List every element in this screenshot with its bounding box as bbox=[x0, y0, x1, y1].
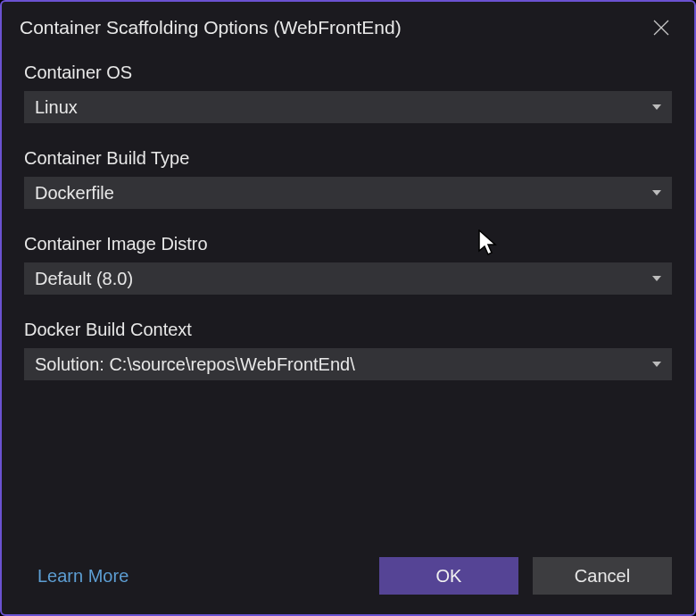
container-os-label: Container OS bbox=[24, 62, 672, 83]
container-build-type-dropdown[interactable]: Dockerfile bbox=[24, 177, 672, 209]
docker-build-context-value: Solution: C:\source\repos\WebFrontEnd\ bbox=[35, 354, 355, 375]
container-image-distro-value: Default (8.0) bbox=[35, 269, 133, 289]
container-os-dropdown[interactable]: Linux bbox=[24, 91, 672, 123]
dialog-title: Container Scaffolding Options (WebFrontE… bbox=[20, 17, 402, 38]
container-build-type-value: Dockerfile bbox=[35, 183, 114, 204]
learn-more-link[interactable]: Learn More bbox=[37, 566, 128, 587]
button-group: OK Cancel bbox=[379, 557, 672, 595]
dialog-content: Container OS Linux Container Build Type … bbox=[2, 59, 694, 557]
chevron-down-icon bbox=[652, 104, 661, 110]
close-icon bbox=[653, 20, 669, 36]
container-image-distro-dropdown[interactable]: Default (8.0) bbox=[24, 262, 672, 295]
docker-build-context-label: Docker Build Context bbox=[24, 320, 672, 340]
container-build-type-label: Container Build Type bbox=[24, 148, 672, 169]
container-os-field: Container OS Linux bbox=[24, 62, 672, 123]
docker-build-context-dropdown[interactable]: Solution: C:\source\repos\WebFrontEnd\ bbox=[24, 348, 672, 380]
cancel-button[interactable]: Cancel bbox=[533, 557, 672, 595]
container-image-distro-field: Container Image Distro Default (8.0) bbox=[24, 234, 672, 295]
close-button[interactable] bbox=[646, 14, 676, 41]
docker-build-context-field: Docker Build Context Solution: C:\source… bbox=[24, 320, 672, 380]
container-build-type-field: Container Build Type Dockerfile bbox=[24, 148, 672, 209]
container-image-distro-label: Container Image Distro bbox=[24, 234, 672, 254]
chevron-down-icon bbox=[652, 190, 661, 196]
container-scaffolding-dialog: Container Scaffolding Options (WebFrontE… bbox=[0, 0, 696, 616]
ok-button[interactable]: OK bbox=[379, 557, 518, 595]
titlebar: Container Scaffolding Options (WebFrontE… bbox=[2, 2, 694, 59]
chevron-down-icon bbox=[652, 276, 661, 281]
chevron-down-icon bbox=[652, 362, 661, 367]
container-os-value: Linux bbox=[35, 97, 78, 118]
dialog-footer: Learn More OK Cancel bbox=[2, 557, 694, 614]
